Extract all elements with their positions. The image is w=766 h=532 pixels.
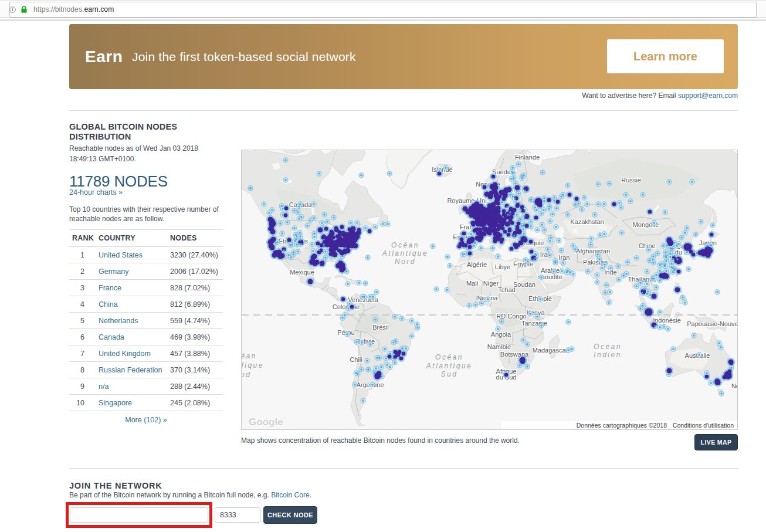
node-marker — [284, 179, 287, 181]
node-marker — [511, 171, 513, 173]
node-marker — [474, 304, 477, 306]
info-icon[interactable] — [9, 6, 16, 13]
lock-icon-body — [21, 9, 26, 13]
node-marker — [368, 229, 372, 233]
node-marker — [687, 268, 690, 270]
country-link[interactable]: China — [99, 300, 118, 309]
bitcoin-core-link[interactable]: Bitcoin Core — [271, 491, 309, 499]
ocean-label: Océan — [242, 352, 257, 360]
node-marker — [350, 222, 352, 224]
node-marker — [522, 339, 524, 341]
country-label: Iran — [559, 254, 570, 261]
node-marker — [612, 202, 616, 206]
node-marker — [553, 196, 555, 199]
map-attribution: Données cartographiques ©2018 Conditions… — [501, 421, 737, 429]
node-marker — [299, 203, 301, 205]
node-marker — [562, 262, 564, 264]
node-marker — [319, 260, 324, 266]
node-marker — [355, 372, 357, 374]
node-marker — [446, 256, 449, 258]
live-map-button[interactable]: LIVE MAP — [694, 434, 738, 450]
node-marker — [299, 239, 301, 241]
node-marker — [524, 259, 527, 261]
node-marker — [380, 366, 382, 368]
country-link[interactable]: Russian Federation — [99, 366, 162, 374]
node-marker — [457, 245, 462, 249]
node-marker — [509, 207, 513, 211]
node-marker — [341, 317, 344, 319]
country-link[interactable]: n/a — [99, 382, 109, 391]
node-marker — [514, 185, 520, 190]
node-marker — [493, 185, 498, 190]
check-node-button[interactable]: CHECK NODE — [263, 506, 317, 524]
timestamp-text: Reachable nodes as of Wed Jan 03 2018 18… — [69, 144, 233, 164]
node-marker — [548, 205, 551, 208]
country-label: Angola — [491, 331, 511, 338]
node-address-input[interactable] — [70, 507, 208, 523]
country-link[interactable]: United States — [99, 251, 143, 259]
node-marker — [596, 281, 598, 283]
node-marker — [569, 271, 571, 273]
node-marker — [565, 271, 568, 273]
node-marker — [659, 279, 661, 282]
ad-banner[interactable]: Earn Join the first token-based social n… — [69, 24, 738, 89]
country-link[interactable]: France — [99, 284, 121, 292]
node-marker — [509, 211, 511, 214]
country-label: Namibie — [487, 343, 511, 350]
node-marker — [571, 348, 573, 350]
country-link[interactable]: Singapore — [99, 399, 132, 407]
url-bar[interactable] — [9, 2, 757, 18]
country-link[interactable]: Germany — [99, 267, 128, 276]
node-marker — [354, 384, 356, 386]
node-marker — [700, 221, 702, 223]
node-marker — [375, 367, 377, 370]
node-marker — [526, 365, 528, 368]
node-marker — [514, 182, 517, 185]
cell-nodes: 469 (3.98%) — [170, 329, 223, 345]
node-marker — [667, 328, 669, 330]
charts-link[interactable]: 24-hour charts » — [69, 188, 123, 196]
earn-logo: Earn — [85, 48, 123, 66]
node-marker — [705, 375, 709, 379]
node-marker — [527, 260, 529, 263]
node-marker — [641, 292, 643, 294]
node-marker — [608, 182, 611, 185]
support-email-link[interactable]: support@earn.com — [678, 92, 738, 100]
node-marker — [371, 384, 374, 386]
port-input[interactable] — [215, 507, 260, 523]
world-map[interactable]: OcéanAtlantiqueNordOcéanAtlantiqueSudOcé… — [241, 150, 738, 430]
table-row: 4China812 (6.89%) — [69, 296, 223, 313]
node-marker — [306, 225, 309, 227]
country-table: RANK COUNTRY NODES 1United States3230 (2… — [69, 229, 223, 411]
node-marker — [635, 257, 638, 259]
node-marker — [710, 244, 712, 246]
more-countries-link[interactable]: More (102) » — [69, 416, 223, 424]
node-marker — [372, 296, 374, 298]
node-marker — [324, 256, 327, 259]
node-marker — [646, 283, 648, 285]
node-marker — [496, 232, 500, 236]
node-marker — [540, 324, 543, 327]
node-marker — [367, 256, 369, 259]
node-marker — [369, 343, 371, 345]
node-marker — [492, 175, 496, 179]
node-marker — [296, 243, 298, 246]
attribution-terms[interactable]: Conditions d'utilisation — [673, 422, 734, 429]
node-marker — [474, 242, 476, 244]
node-marker — [341, 255, 344, 257]
node-marker — [290, 256, 292, 259]
node-marker — [511, 229, 513, 231]
country-link[interactable]: Netherlands — [99, 317, 138, 325]
node-marker — [321, 222, 323, 224]
country-link[interactable]: Canada — [99, 333, 124, 341]
node-marker — [389, 366, 391, 368]
country-label: Algérie — [467, 261, 487, 268]
node-marker — [446, 289, 448, 291]
learn-more-button[interactable]: Learn more — [607, 39, 724, 73]
node-marker — [530, 225, 532, 228]
node-marker — [323, 214, 326, 216]
node-marker — [522, 228, 524, 231]
node-marker — [501, 201, 503, 204]
node-marker — [676, 258, 679, 260]
country-link[interactable]: United Kingdom — [99, 350, 151, 358]
